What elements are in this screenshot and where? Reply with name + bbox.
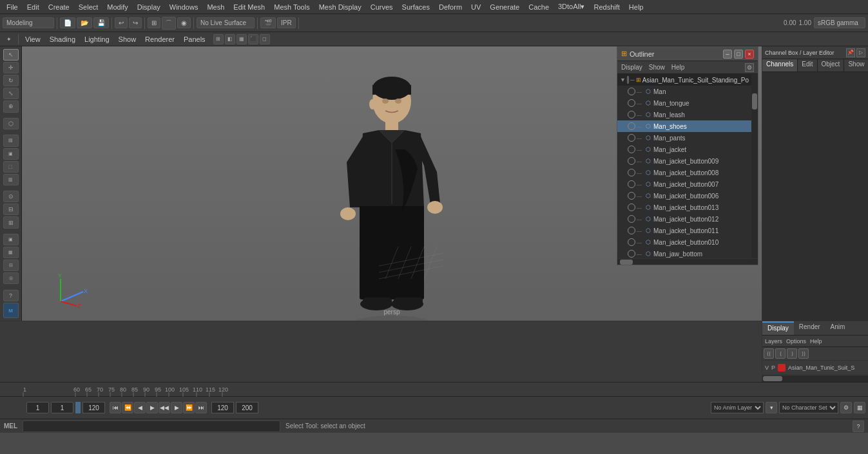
tool11[interactable]: ◎ bbox=[3, 272, 19, 284]
tool3[interactable]: ⬚ bbox=[3, 161, 19, 173]
scrollbar-thumb[interactable] bbox=[752, 93, 757, 109]
outliner-root-item[interactable]: ▼ ─ ⊞ Asian_Man_Tunic_Suit_Standing_Po bbox=[617, 74, 751, 86]
outliner-item[interactable]: — ⬡ Man_jacket bbox=[617, 144, 751, 155]
no-anim-layer-select[interactable]: No Anim Layer bbox=[711, 402, 764, 413]
menu-edit-mesh[interactable]: Edit Mesh bbox=[229, 2, 269, 12]
outliner-item[interactable]: — ⬡ Man_shoes bbox=[617, 120, 751, 132]
outliner-item[interactable]: — ⬡ Man_jacket_button011 bbox=[617, 225, 751, 236]
subtab-help[interactable]: Help bbox=[810, 338, 822, 345]
frame-range-end-input[interactable] bbox=[82, 402, 105, 413]
tool6[interactable]: ⊟ bbox=[3, 203, 19, 215]
anim-layer-btn[interactable]: ▾ bbox=[766, 402, 777, 413]
ch-pin-btn[interactable]: 📌 bbox=[846, 48, 855, 57]
view-menu[interactable]: View bbox=[21, 34, 44, 44]
prev-frame-btn[interactable]: ◀ bbox=[134, 402, 146, 413]
outliner-item[interactable]: — ⬡ Man_jacket_button006 bbox=[617, 190, 751, 202]
menu-3dto-all[interactable]: 3DtoAll▾ bbox=[554, 1, 588, 12]
tool12[interactable]: ? bbox=[3, 290, 19, 301]
play-btn[interactable]: ▶ bbox=[146, 402, 158, 413]
menu-uv[interactable]: UV bbox=[467, 2, 485, 12]
renderer-menu[interactable]: Renderer bbox=[141, 34, 178, 44]
shading-menu[interactable]: Shading bbox=[46, 34, 79, 44]
outliner-menu-help[interactable]: Help bbox=[671, 64, 685, 71]
tab-object[interactable]: Object bbox=[818, 59, 845, 71]
outliner-item[interactable]: — ⬡ Man bbox=[617, 86, 751, 97]
universal-manip[interactable]: ⊕ bbox=[3, 100, 19, 112]
new-scene-btn[interactable]: 📄 bbox=[60, 17, 75, 28]
tab-edit[interactable]: Edit bbox=[798, 59, 817, 71]
render-btn[interactable]: 🎬 bbox=[260, 17, 276, 28]
timeline-area[interactable]: 1 60 65 70 75 80 85 90 95 100 bbox=[0, 382, 868, 396]
menu-deform[interactable]: Deform bbox=[435, 2, 466, 12]
viewport-ctrl-5[interactable]: ◻ bbox=[260, 34, 270, 44]
timeline-track[interactable]: 1 60 65 70 75 80 85 90 95 100 bbox=[22, 383, 762, 397]
anim-start-input[interactable] bbox=[211, 402, 234, 413]
menu-mesh-tools[interactable]: Mesh Tools bbox=[270, 2, 313, 12]
menu-edit[interactable]: Edit bbox=[23, 2, 43, 12]
layer-ctrl-prev[interactable]: ⟨ bbox=[775, 348, 786, 359]
outliner-menu-display[interactable]: Display bbox=[621, 64, 642, 71]
outliner-item[interactable]: — ⬡ Man_jacket_button012 bbox=[617, 213, 751, 225]
frame-start-input[interactable] bbox=[26, 402, 49, 413]
outliner-item[interactable]: — ⬡ Man_jacket_button013 bbox=[617, 202, 751, 213]
mode-selector[interactable]: Modeling bbox=[3, 17, 54, 28]
menu-redshift[interactable]: Redshift bbox=[590, 2, 623, 12]
tool9[interactable]: ▦ bbox=[3, 247, 19, 258]
select-tool[interactable]: ↖ bbox=[3, 49, 19, 61]
tool10[interactable]: ⊟ bbox=[3, 260, 19, 271]
lighting-menu[interactable]: Lighting bbox=[81, 34, 113, 44]
mel-input[interactable] bbox=[23, 421, 280, 432]
menu-windows[interactable]: Windows bbox=[166, 2, 202, 12]
outliner-item[interactable]: — ⬡ Man_jacket_button009 bbox=[617, 155, 751, 167]
outliner-hscroll[interactable] bbox=[617, 258, 758, 265]
menu-display[interactable]: Display bbox=[133, 2, 164, 12]
outliner-item[interactable]: — ⬡ Man_pants bbox=[617, 132, 751, 144]
show-menu[interactable]: Show bbox=[115, 34, 140, 44]
subtab-layers[interactable]: Layers bbox=[765, 338, 782, 345]
ch-expand-btn[interactable]: ▷ bbox=[856, 48, 865, 57]
viewport-ctrl-1[interactable]: ⊞ bbox=[213, 34, 224, 44]
subtab-options[interactable]: Options bbox=[786, 338, 806, 345]
live-surface-btn[interactable]: No Live Surface bbox=[197, 17, 255, 28]
menu-generate[interactable]: Generate bbox=[486, 2, 523, 12]
anim-end-input[interactable] bbox=[236, 402, 258, 413]
next-frame-btn[interactable]: ▶ bbox=[171, 402, 182, 413]
menu-cache[interactable]: Cache bbox=[525, 2, 553, 12]
hscroll-thumb[interactable] bbox=[620, 260, 633, 265]
menu-mesh[interactable]: Mesh bbox=[203, 2, 228, 12]
rotate-tool[interactable]: ↻ bbox=[3, 75, 19, 86]
undo-btn[interactable]: ↩ bbox=[115, 17, 128, 28]
outliner-close-btn[interactable]: × bbox=[745, 50, 754, 59]
help-line-btn[interactable]: ? bbox=[853, 421, 864, 432]
outliner-item[interactable]: — ⬡ Man_leash bbox=[617, 109, 751, 120]
outliner-item[interactable]: — ⬡ Man_jacket_button010 bbox=[617, 236, 751, 248]
layer-ctrl-next[interactable]: ⟩ bbox=[787, 348, 797, 359]
tab-channels[interactable]: Channels bbox=[762, 59, 798, 71]
outliner-item[interactable]: — ⬡ Man_tongue bbox=[617, 97, 751, 109]
outliner-scrollbar[interactable] bbox=[751, 74, 758, 258]
menu-surfaces[interactable]: Surfaces bbox=[398, 2, 434, 12]
display-tab-render[interactable]: Render bbox=[794, 321, 825, 335]
step-back-btn[interactable]: ⏪ bbox=[122, 402, 133, 413]
layer-ctrl-fwd[interactable]: ⟩⟩ bbox=[798, 348, 809, 359]
menu-modify[interactable]: Modify bbox=[103, 2, 131, 12]
layer-ctrl-back[interactable]: ⟨⟨ bbox=[764, 348, 774, 359]
menu-create[interactable]: Create bbox=[44, 2, 73, 12]
display-tab-display[interactable]: Display bbox=[762, 321, 794, 335]
tool5[interactable]: ⊙ bbox=[3, 191, 19, 202]
gamma-selector[interactable]: sRGB gamma bbox=[814, 17, 865, 28]
step-fwd-btn[interactable]: ⏩ bbox=[183, 402, 195, 413]
anim-options-btn[interactable]: ▦ bbox=[854, 402, 865, 413]
redo-btn[interactable]: ↪ bbox=[129, 17, 142, 28]
ipr-btn[interactable]: IPR bbox=[277, 17, 296, 28]
outliner-menu-show[interactable]: Show bbox=[649, 64, 665, 71]
snap-point-btn[interactable]: ◉ bbox=[177, 17, 191, 28]
select-tool-btn[interactable]: ✦ bbox=[3, 33, 15, 46]
play-back-btn[interactable]: ◀◀ bbox=[159, 402, 170, 413]
viewport-ctrl-3[interactable]: ▦ bbox=[236, 34, 247, 44]
menu-select[interactable]: Select bbox=[75, 2, 102, 12]
outliner-options-btn[interactable]: ⚙ bbox=[745, 63, 754, 72]
move-tool[interactable]: ✛ bbox=[3, 62, 19, 73]
scale-tool[interactable]: ⤡ bbox=[3, 88, 19, 99]
go-start-btn[interactable]: ⏮ bbox=[110, 402, 121, 413]
